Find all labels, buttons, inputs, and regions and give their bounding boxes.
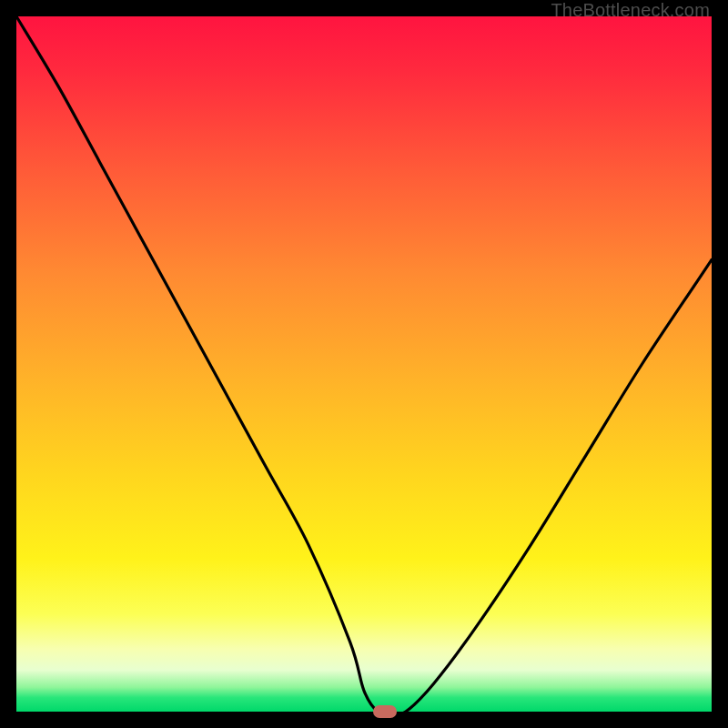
bottleneck-curve: [16, 16, 712, 712]
optimum-marker: [373, 705, 397, 718]
watermark-text: TheBottleneck.com: [551, 0, 710, 21]
chart-frame: TheBottleneck.com: [0, 0, 728, 728]
